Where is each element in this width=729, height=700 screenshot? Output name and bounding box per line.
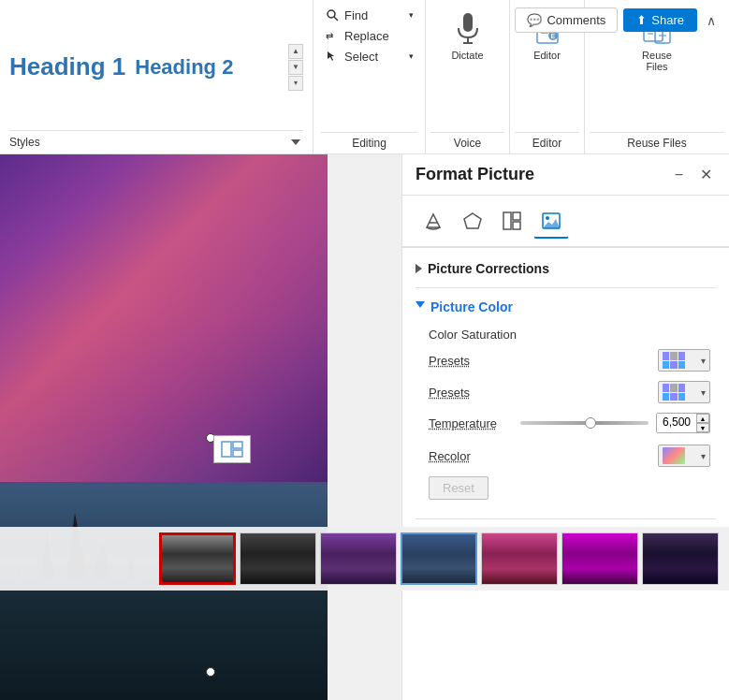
picture-corrections-header[interactable]: Picture Corrections xyxy=(402,254,729,284)
saturation-presets-row: Presets ▾ xyxy=(429,349,710,372)
color-grid-icon xyxy=(663,352,685,369)
voice-section-label: Voice xyxy=(454,137,481,150)
editing-label: Editing xyxy=(352,137,386,150)
find-dropdown-icon: ▾ xyxy=(409,10,414,20)
scroll-expand-button[interactable]: ▾ xyxy=(288,76,303,91)
thumbnail-2[interactable] xyxy=(320,532,397,585)
temperature-slider-thumb[interactable] xyxy=(585,417,596,429)
scroll-down-button[interactable]: ▼ xyxy=(288,60,303,75)
replace-label: Replace xyxy=(344,29,389,43)
select-button[interactable]: Select ▾ xyxy=(321,47,417,66)
svg-marker-4 xyxy=(328,51,334,61)
styles-content: Heading 1 Heading 2 ▲ ▼ ▾ xyxy=(9,7,303,126)
scroll-up-button[interactable]: ▲ xyxy=(288,44,303,59)
editing-items: Find ▾ ⇄ Replace Select ▾ xyxy=(321,6,417,128)
temperature-slider[interactable] xyxy=(520,421,649,425)
saturation-dropdown-arrow: ▾ xyxy=(701,356,706,366)
styles-scroll-buttons: ▲ ▼ ▾ xyxy=(288,44,303,91)
top-right-buttons: 💬 Comments ⬆ Share ∧ xyxy=(505,0,729,40)
voice-section: Dictate Voice xyxy=(426,0,510,153)
share-icon: ⬆ xyxy=(636,13,647,27)
dictate-button[interactable]: Dictate xyxy=(445,9,490,65)
panel-minimize-button[interactable]: − xyxy=(671,164,687,185)
tone-presets-row: Presets ▾ xyxy=(429,381,710,403)
panel-header-icons: − ✕ xyxy=(671,164,716,185)
color-expand-icon xyxy=(416,301,425,313)
saturation-presets-picker[interactable]: ▾ xyxy=(658,349,710,372)
format-picture-panel: Format Picture − ✕ xyxy=(401,154,729,700)
recolor-label: Recolor xyxy=(429,449,471,463)
collapse-ribbon-button[interactable]: ∧ xyxy=(703,9,720,32)
selection-handle-bottom[interactable] xyxy=(206,667,215,677)
tone-presets-label: Presets xyxy=(429,386,470,400)
tab-picture[interactable] xyxy=(533,203,569,239)
heading2-style[interactable]: Heading 2 xyxy=(135,55,233,80)
landscape-image[interactable] xyxy=(0,154,328,700)
styles-expand-icon[interactable] xyxy=(288,135,303,150)
share-button[interactable]: ⬆ Share xyxy=(623,8,697,32)
temperature-value: 6,500 xyxy=(657,414,696,432)
svg-rect-29 xyxy=(513,222,520,229)
editor-label: Editor xyxy=(533,50,561,61)
saturation-presets-label: Presets xyxy=(429,354,470,368)
picture-color-header[interactable]: Picture Color xyxy=(402,292,729,322)
panel-title: Format Picture xyxy=(416,165,534,184)
comment-icon: 💬 xyxy=(527,13,542,27)
replace-button[interactable]: ⇄ Replace xyxy=(321,26,417,45)
select-dropdown-icon: ▾ xyxy=(409,51,414,61)
reset-button[interactable]: Reset xyxy=(429,476,488,500)
tone-presets-picker[interactable]: ▾ xyxy=(658,381,710,403)
picture-color-content: Color Saturation Presets ▾ xyxy=(402,322,729,515)
panel-content: Picture Corrections Picture Color Color … xyxy=(402,248,729,700)
thumbnail-0[interactable] xyxy=(159,532,236,585)
select-icon xyxy=(325,49,340,64)
temperature-label: Temperature xyxy=(429,416,513,430)
thumbnail-5[interactable] xyxy=(561,532,638,585)
layout-icon-button[interactable] xyxy=(213,435,251,463)
svg-rect-23 xyxy=(222,442,231,457)
svg-rect-25 xyxy=(233,450,242,457)
panel-close-button[interactable]: ✕ xyxy=(696,164,716,185)
recolor-picker[interactable]: ▾ xyxy=(658,445,710,467)
replace-icon: ⇄ xyxy=(325,28,340,43)
reuse-label-bar: Reuse Files xyxy=(590,132,724,153)
picture-color-label: Picture Color xyxy=(430,299,513,314)
reuse-section-label: Reuse Files xyxy=(627,137,686,150)
svg-rect-27 xyxy=(503,212,511,229)
select-label: Select xyxy=(344,50,378,64)
thumbnail-1[interactable] xyxy=(240,532,316,585)
svg-line-2 xyxy=(334,17,338,21)
voice-label-bar: Voice xyxy=(430,132,504,153)
tone-dropdown-arrow: ▾ xyxy=(701,387,706,398)
find-label: Find xyxy=(344,8,368,22)
divider-2 xyxy=(416,518,716,519)
document-area[interactable] xyxy=(0,154,402,700)
tab-shape[interactable] xyxy=(455,203,490,239)
thumbnail-3[interactable] xyxy=(401,532,477,585)
color-saturation-title: Color Saturation xyxy=(429,328,710,342)
thumbnail-strip xyxy=(0,527,729,591)
editor-label-bar: Editor xyxy=(515,132,579,153)
thumbnail-4[interactable] xyxy=(481,532,558,585)
dictate-label: Dictate xyxy=(451,50,483,61)
find-button[interactable]: Find ▾ xyxy=(321,6,417,24)
temperature-row: Temperature 6,500 ▲ ▼ xyxy=(429,413,710,433)
styles-label-bar: Styles xyxy=(9,130,303,153)
comments-button[interactable]: 💬 Comments xyxy=(515,7,618,33)
tab-layout[interactable] xyxy=(494,203,530,239)
svg-text:⇄: ⇄ xyxy=(326,31,333,41)
find-icon xyxy=(325,7,340,22)
temperature-increment[interactable]: ▲ xyxy=(696,414,709,423)
svg-rect-24 xyxy=(233,442,242,448)
temperature-spinners: ▲ ▼ xyxy=(696,414,709,432)
temperature-decrement[interactable]: ▼ xyxy=(696,423,709,432)
svg-marker-0 xyxy=(291,139,300,145)
main-area: Format Picture − ✕ xyxy=(0,154,729,700)
styles-section: Heading 1 Heading 2 ▲ ▼ ▾ Styles xyxy=(0,0,313,153)
recolor-dropdown-arrow: ▾ xyxy=(701,451,706,461)
tab-fill[interactable] xyxy=(416,203,451,239)
svg-point-31 xyxy=(546,216,549,220)
thumbnail-6[interactable] xyxy=(642,532,719,585)
corrections-expand-icon xyxy=(416,264,422,273)
heading1-style[interactable]: Heading 1 xyxy=(9,52,125,81)
